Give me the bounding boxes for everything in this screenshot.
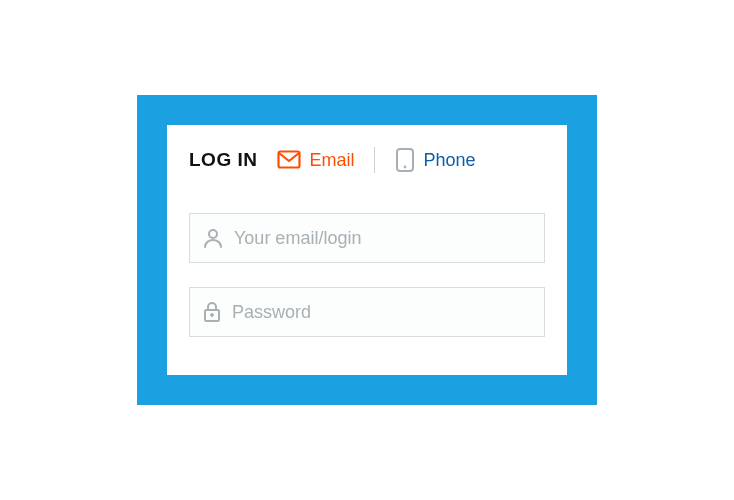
svg-point-5 [211,314,214,317]
password-input[interactable] [232,302,532,323]
login-input[interactable] [234,228,532,249]
tab-email[interactable]: Email [277,150,354,171]
login-panel: LOG IN Email Phone [167,125,567,375]
mail-icon [277,150,301,170]
svg-point-3 [209,230,217,238]
tab-email-label: Email [309,150,354,171]
tab-divider [374,147,375,173]
tab-phone-label: Phone [423,150,475,171]
login-title: LOG IN [189,149,257,171]
login-frame: LOG IN Email Phone [137,95,597,405]
tab-phone[interactable]: Phone [395,147,475,173]
password-field[interactable] [189,287,545,337]
svg-point-2 [404,166,407,169]
login-header: LOG IN Email Phone [189,147,545,173]
phone-icon [395,147,415,173]
person-icon [202,227,224,249]
login-field[interactable] [189,213,545,263]
lock-icon [202,301,222,323]
